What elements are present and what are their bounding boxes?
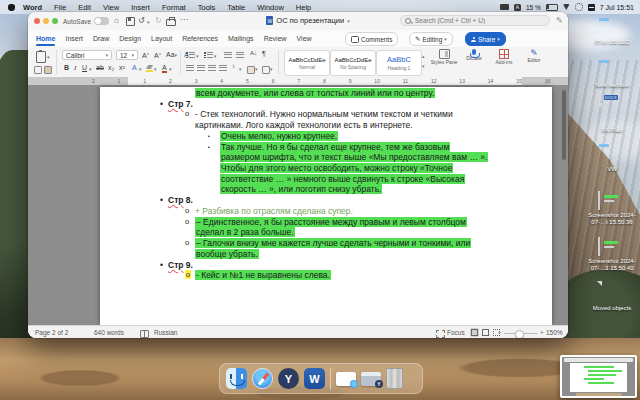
style-normal[interactable]: AaBbCcDdEe Normal bbox=[284, 50, 330, 76]
zoom-out-button[interactable]: − bbox=[498, 329, 502, 336]
share-button[interactable]: Share ▾ bbox=[465, 32, 506, 46]
highlight-button[interactable] bbox=[146, 65, 153, 69]
undo-icon[interactable]: ↺ bbox=[138, 17, 145, 25]
menu-view[interactable]: View bbox=[97, 3, 125, 12]
comments-button[interactable]: Comments bbox=[345, 32, 398, 46]
underline-button[interactable]: U bbox=[82, 64, 87, 71]
borders-chevron-icon[interactable]: ▾ bbox=[270, 66, 273, 72]
line-spacing-chevron-icon[interactable]: ▾ bbox=[239, 66, 242, 72]
close-button[interactable] bbox=[34, 18, 40, 24]
zoom-level[interactable]: 150% bbox=[546, 329, 563, 336]
word-app-icon[interactable]: W bbox=[304, 368, 325, 389]
justify-button[interactable] bbox=[219, 65, 227, 71]
style-heading-1[interactable]: AaBbC Heading 1 bbox=[376, 50, 422, 76]
highlight-chevron-icon[interactable]: ▾ bbox=[154, 66, 157, 72]
menu-tools[interactable]: Tools bbox=[192, 3, 222, 12]
finder-icon[interactable] bbox=[226, 368, 247, 389]
text-effects-button[interactable]: A bbox=[132, 64, 137, 71]
editor-button[interactable]: ✎ Editor bbox=[520, 49, 548, 64]
addins-button[interactable]: Add-ins bbox=[490, 49, 518, 66]
line-spacing-button[interactable]: ↕ bbox=[232, 63, 235, 69]
tab-mailings[interactable]: Mailings bbox=[223, 31, 259, 46]
numbered-list-chevron-icon[interactable]: ▾ bbox=[214, 53, 217, 59]
time-machine-icon[interactable] bbox=[588, 4, 595, 11]
desktop-icon-label[interactable]: Screenshot 2024-07-…t 15.50.36 bbox=[583, 212, 640, 226]
sidebar-pencil-icon[interactable]: ✎ bbox=[556, 17, 563, 25]
font-color-chevron-icon[interactable]: ▾ bbox=[169, 66, 172, 72]
align-center-button[interactable] bbox=[197, 65, 205, 71]
document-title[interactable]: ОС по презентации bbox=[276, 16, 344, 25]
align-left-button[interactable] bbox=[186, 65, 194, 71]
focus-label[interactable]: Focus bbox=[447, 329, 465, 336]
desktop-icon-label[interactable]: New website bbox=[583, 82, 640, 89]
paste-button[interactable] bbox=[36, 51, 46, 63]
screenshot-preview-thumbnail[interactable] bbox=[560, 355, 637, 398]
styles-pane-button[interactable]: Styles Pane bbox=[430, 49, 458, 66]
menu-insert[interactable]: Insert bbox=[125, 3, 156, 12]
styles-gallery-up-icon[interactable]: ▴ bbox=[422, 53, 425, 59]
view-web-layout-button[interactable] bbox=[481, 328, 490, 337]
sort-button[interactable]: A↓ bbox=[250, 50, 257, 56]
styles-gallery-down-icon[interactable]: ▾ bbox=[422, 63, 425, 69]
view-print-layout-button[interactable] bbox=[470, 328, 479, 337]
menu-file[interactable]: File bbox=[48, 3, 72, 12]
yandex-browser-icon[interactable]: Y bbox=[278, 368, 299, 389]
tab-layout[interactable]: Layout bbox=[146, 31, 177, 46]
title-chevron-icon[interactable]: ▾ bbox=[347, 18, 350, 24]
decrease-indent-button[interactable] bbox=[224, 52, 232, 58]
tab-references[interactable]: References bbox=[177, 31, 223, 46]
proofing-icon[interactable] bbox=[140, 330, 149, 338]
italic-button[interactable]: I bbox=[74, 64, 76, 72]
language-indicator[interactable]: Russian bbox=[154, 329, 177, 336]
tab-home[interactable]: Home bbox=[31, 31, 60, 46]
bullet-list-chevron-icon[interactable]: ▾ bbox=[196, 53, 199, 59]
tab-design[interactable]: Design bbox=[114, 31, 146, 46]
clock[interactable]: 7 Jul 15:51 bbox=[600, 4, 634, 11]
focus-icon[interactable] bbox=[436, 330, 445, 338]
font-name-select[interactable]: Calibri▾ bbox=[62, 50, 112, 60]
input-source-icon[interactable]: A bbox=[514, 4, 521, 11]
menu-app[interactable]: Word bbox=[17, 3, 48, 12]
menu-format[interactable]: Format bbox=[156, 3, 192, 12]
desktop-icon-label[interactable]: FA Plan bbox=[583, 127, 640, 134]
copy-icon[interactable] bbox=[34, 66, 42, 74]
page-indicator[interactable]: Page 2 of 2 bbox=[35, 329, 68, 336]
sync-spinner-icon[interactable] bbox=[575, 3, 583, 11]
word-count[interactable]: 640 words bbox=[94, 329, 124, 336]
desktop-icon-screenshot[interactable] bbox=[598, 238, 600, 256]
trash-icon[interactable] bbox=[386, 368, 403, 389]
tab-review[interactable]: Review bbox=[259, 31, 292, 46]
borders-button[interactable] bbox=[262, 66, 270, 74]
minimized-safari-window[interactable] bbox=[336, 372, 356, 386]
desktop-icon-label[interactable]: Screenshot 2024-07-…1 15.50.40 bbox=[583, 258, 640, 272]
format-painter-icon[interactable] bbox=[44, 66, 52, 74]
desktop-icon-label[interactable]: VW bbox=[583, 166, 640, 173]
bold-button[interactable]: B bbox=[64, 64, 69, 71]
document-page[interactable]: всем документе, или слева от толстых лин… bbox=[100, 87, 552, 325]
increase-indent-button[interactable] bbox=[236, 52, 244, 58]
pilcrow-button[interactable]: ¶ bbox=[262, 50, 266, 57]
autosave-toggle[interactable] bbox=[94, 17, 109, 25]
change-case-button[interactable]: Aa▾ bbox=[166, 51, 177, 58]
menu-edit[interactable]: Edit bbox=[72, 3, 97, 12]
desktop-icon-screenshot[interactable] bbox=[598, 192, 600, 210]
desktop-icon-label[interactable]: Moved objects bbox=[583, 305, 640, 312]
print-icon[interactable] bbox=[166, 19, 176, 26]
tab-insert[interactable]: Insert bbox=[60, 31, 88, 46]
menu-help[interactable]: Help bbox=[290, 3, 317, 12]
shading-chevron-icon[interactable]: ▾ bbox=[255, 66, 258, 72]
tab-draw[interactable]: Draw bbox=[88, 31, 114, 46]
menu-window[interactable]: Window bbox=[251, 3, 290, 12]
text-effects-chevron-icon[interactable]: ▾ bbox=[139, 66, 142, 72]
search-input[interactable] bbox=[400, 15, 550, 26]
underline-chevron-icon[interactable]: ▾ bbox=[89, 66, 92, 72]
zoom-button[interactable] bbox=[52, 18, 58, 24]
undo-chevron-icon[interactable]: ▾ bbox=[147, 19, 150, 25]
vertical-scrollbar[interactable] bbox=[562, 90, 566, 160]
font-size-select[interactable]: 12▾ bbox=[116, 50, 138, 60]
zoom-in-button[interactable]: + bbox=[540, 329, 544, 336]
editing-button[interactable]: ✎ Editing ▾ bbox=[409, 32, 453, 46]
shading-button[interactable] bbox=[247, 66, 255, 74]
superscript-button[interactable]: x² bbox=[119, 64, 125, 71]
minimize-button[interactable] bbox=[43, 18, 49, 24]
